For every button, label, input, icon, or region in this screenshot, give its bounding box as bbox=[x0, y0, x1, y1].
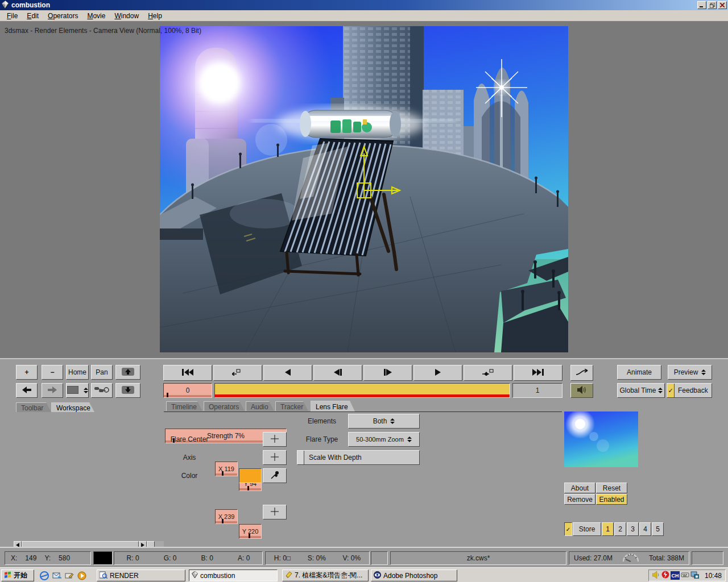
zoom-in-button[interactable]: + bbox=[16, 365, 38, 380]
step-back-icon bbox=[334, 369, 342, 377]
speaker-icon bbox=[577, 386, 586, 396]
spinner-icon bbox=[84, 388, 88, 393]
playback-mode-button[interactable] bbox=[570, 365, 593, 381]
menu-window[interactable]: Window bbox=[110, 11, 143, 21]
menu-edit[interactable]: Edit bbox=[22, 11, 43, 21]
store-checkbox[interactable]: ✓ bbox=[564, 522, 572, 536]
render-canvas[interactable] bbox=[160, 26, 568, 352]
global-time-label: Global Time bbox=[619, 386, 656, 394]
axis-x-field[interactable]: X 239 bbox=[215, 509, 238, 524]
loop-curve-icon bbox=[576, 369, 588, 377]
zoom-out-button[interactable]: − bbox=[42, 365, 63, 380]
scale-with-depth-toggle[interactable]: Scale With Depth bbox=[297, 450, 420, 465]
preview-button[interactable]: Preview bbox=[668, 365, 712, 380]
end-frame-value: 1 bbox=[536, 386, 540, 394]
flare-center-x-field[interactable]: X 119 bbox=[215, 462, 238, 476]
minimize-button[interactable] bbox=[697, 1, 706, 9]
preset-1-button[interactable]: 1 bbox=[602, 522, 614, 536]
status-spacer bbox=[371, 551, 388, 565]
animate-button[interactable]: Animate bbox=[617, 365, 661, 380]
quicklaunch-mail-icon[interactable] bbox=[51, 570, 63, 581]
quicklaunch-ie-icon[interactable] bbox=[39, 570, 50, 581]
layer-down-button[interactable] bbox=[115, 383, 140, 398]
preset-4-button[interactable]: 4 bbox=[639, 522, 651, 536]
menu-help[interactable]: Help bbox=[143, 11, 167, 21]
go-to-end-button[interactable] bbox=[514, 365, 562, 381]
antivirus-tray-icon[interactable] bbox=[661, 571, 669, 580]
quicklaunch-mediaplayer-icon[interactable] bbox=[76, 570, 88, 581]
feedback-toggle[interactable]: ✓ Feedback bbox=[667, 383, 712, 398]
preset-3-button[interactable]: 3 bbox=[627, 522, 639, 536]
flare-type-dropdown[interactable]: 50-300mm Zoom bbox=[348, 432, 420, 447]
menu-movie[interactable]: Movie bbox=[82, 11, 110, 21]
layer-up-button[interactable] bbox=[115, 365, 140, 380]
input-method-indicator[interactable]: CH bbox=[671, 571, 680, 580]
checkbox-checked-icon: ✓ bbox=[667, 384, 675, 397]
elements-label: Elements bbox=[297, 414, 347, 429]
end-frame-field[interactable]: 1 bbox=[512, 383, 562, 398]
reset-button[interactable]: Reset bbox=[596, 483, 627, 493]
global-time-selector[interactable]: Global Time bbox=[617, 383, 665, 398]
task-combustion[interactable]: combustion bbox=[189, 569, 278, 581]
restore-button[interactable] bbox=[708, 1, 717, 9]
history-back-button[interactable] bbox=[16, 383, 38, 398]
eyedropper-button[interactable] bbox=[263, 468, 287, 483]
about-button[interactable]: About bbox=[564, 483, 595, 493]
history-forward-button[interactable] bbox=[42, 383, 63, 398]
store-button[interactable]: Store bbox=[573, 522, 601, 536]
display-tray-icon[interactable] bbox=[690, 571, 699, 580]
task-document[interactable]: 7. 植檔案&瓚告峹-閱... bbox=[282, 569, 369, 581]
view-size-selector[interactable] bbox=[66, 383, 89, 398]
task-render-window[interactable]: RENDER bbox=[97, 569, 185, 581]
volume-icon[interactable] bbox=[652, 571, 660, 580]
elements-dropdown[interactable]: Both bbox=[348, 414, 420, 429]
step-back-button[interactable] bbox=[313, 365, 362, 381]
home-button[interactable]: Home bbox=[66, 365, 89, 380]
tab-operators[interactable]: Operators bbox=[204, 401, 245, 411]
menu-file[interactable]: File bbox=[2, 11, 22, 21]
tab-timeline[interactable]: Timeline bbox=[166, 401, 202, 411]
spinner-icon bbox=[701, 369, 706, 375]
current-frame-field[interactable]: 0 bbox=[163, 383, 212, 398]
remove-button[interactable]: Remove bbox=[564, 494, 595, 505]
flare-color-swatch[interactable] bbox=[239, 468, 262, 483]
step-forward-button[interactable] bbox=[363, 365, 412, 381]
keyboard-tray-icon[interactable] bbox=[681, 571, 689, 580]
tab-workspace[interactable]: Workspace bbox=[51, 402, 94, 412]
play-to-mark-button[interactable] bbox=[464, 365, 512, 381]
go-to-start-button[interactable] bbox=[163, 365, 212, 381]
tab-audio[interactable]: Audio bbox=[246, 401, 274, 411]
audio-mute-button[interactable] bbox=[570, 383, 593, 398]
clock[interactable]: 10:48 bbox=[705, 572, 722, 580]
toggle-indicator bbox=[297, 451, 304, 464]
play-button[interactable] bbox=[413, 365, 462, 381]
hsv-readout: H: 0□S: 0%V: 0% bbox=[265, 551, 370, 565]
quicklaunch-desktop-icon[interactable] bbox=[64, 570, 75, 581]
tab-lens-flare[interactable]: Lens Flare bbox=[311, 401, 355, 411]
system-tray: CH 10:48 bbox=[648, 569, 726, 581]
preset-5-button[interactable]: 5 bbox=[652, 522, 664, 536]
pan-button[interactable]: Pan bbox=[91, 365, 113, 380]
arrow-down-icon bbox=[122, 386, 134, 396]
close-button[interactable] bbox=[718, 1, 727, 9]
preset-2-button[interactable]: 2 bbox=[614, 522, 626, 536]
statusbar: X:149 Y:580 R: 0G: 0B: 0A: 0 H: 0□S: 0%V… bbox=[0, 547, 728, 567]
cursor-position-readout: X:149 Y:580 bbox=[5, 551, 91, 565]
start-button[interactable]: 开始 bbox=[1, 569, 34, 581]
enabled-toggle[interactable]: Enabled bbox=[596, 494, 627, 505]
tab-toolbar[interactable]: Toolbar bbox=[16, 402, 51, 412]
flare-center-pick-button[interactable] bbox=[263, 432, 287, 447]
play-reverse-icon bbox=[285, 369, 291, 377]
play-reverse-button[interactable] bbox=[263, 365, 312, 381]
z-value-pick-button[interactable] bbox=[263, 505, 287, 519]
axis-y-field[interactable]: Y 220 bbox=[239, 524, 262, 539]
crosshair-icon bbox=[271, 435, 279, 444]
axis-pick-button[interactable] bbox=[263, 450, 287, 465]
menu-operators[interactable]: Operators bbox=[43, 11, 82, 21]
play-to-mark-reverse-button[interactable] bbox=[213, 365, 262, 381]
timeline-bar[interactable] bbox=[214, 383, 510, 398]
schematic-view-button[interactable] bbox=[91, 383, 113, 398]
task-photoshop[interactable]: Adobe Photoshop bbox=[371, 569, 457, 581]
tab-tracker[interactable]: Tracker bbox=[275, 401, 308, 411]
flare-preview-thumbnail bbox=[564, 411, 638, 467]
